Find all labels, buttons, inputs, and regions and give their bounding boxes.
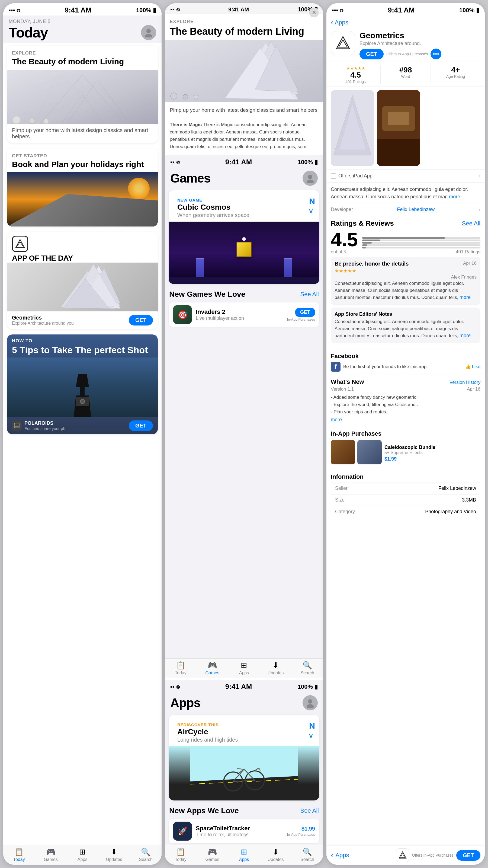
tab-apps-label: Apps [77,857,87,862]
editors-note-card: App Store Editors' Notes Consectueur adi… [331,308,480,343]
geo-shape-art [7,262,158,311]
tab-updates-2a[interactable]: ⬇ Updates [260,661,291,675]
tab-updates[interactable]: ⬇ Updates [98,847,130,862]
game-art [169,222,319,284]
tab-today-label-2a: Today [175,671,187,675]
back-nav[interactable]: ‹ Apps [326,16,485,28]
battery-pct-2c: 100% [298,683,313,690]
status-bar-2b: ▪▪ ⌾ 9:41 AM 100% ▮ [165,155,323,167]
stt-item[interactable]: 🚀 SpaceToiletTracker Time to relax, ulti… [169,819,319,843]
tab-apps-2a[interactable]: ⊞ Apps [228,661,260,675]
screenshot-2 [377,90,420,166]
search-icon: 🔍 [141,847,151,856]
tab-apps-2b[interactable]: ⊞ Apps [228,847,260,862]
how-to-title: 5 Tips to Take The perfect Shot [7,345,158,358]
wifi-icon-2b: ⌾ [176,159,180,166]
get-button-polaroid[interactable]: GET [129,421,153,431]
iap-thumb-1 [331,440,355,464]
tab-search-2a[interactable]: 🔍 Search [291,661,323,675]
tab-today[interactable]: 📋 Today [3,847,35,862]
size-label: Size [335,497,345,503]
bottom-nav-detail: ‹ Apps Offers In-App Purchases GET [326,845,485,865]
card-polaroids[interactable]: HOW TO 5 Tips to Take The perfect Shot [7,335,158,434]
expanded-image [165,40,323,102]
rank-value: #98 [399,66,412,74]
age-value: 4+ [451,66,460,74]
signal-icon-2a: ▪▪ [170,6,174,13]
editors-more[interactable]: more [459,333,470,338]
tab-updates-2b[interactable]: ⬇ Updates [260,847,291,862]
battery-icons: 100% ▮ [136,7,156,14]
rank-category: Word [401,74,410,79]
ipad-checkbox-row[interactable]: Offers iPad App › [326,169,485,182]
expanded-footer-text: Pimp up your home with latest design cla… [170,107,318,113]
today-icon-2a: 📋 [176,661,186,670]
tab-today-2a[interactable]: 📋 Today [165,661,197,675]
page-title: Today [9,24,48,41]
tab-games-2b[interactable]: 🎮 Games [197,847,228,862]
desc-more[interactable]: more [449,194,460,199]
bottom-get-btn[interactable]: GET [456,850,480,861]
tab-apps[interactable]: ⊞ Apps [67,847,98,862]
new-apps-title: New Apps We Love [169,806,239,815]
ratings-reviews-section: Ratings & Reviews See All 4.5 out of 5 [326,216,485,349]
tab-bar-2a: 📋 Today 🎮 Games ⊞ Apps ⬇ Updates 🔍 Searc… [165,658,323,678]
like-label: Like [472,364,480,369]
apps-title-2: Apps [170,695,200,710]
apps-avatar-2[interactable] [302,695,318,710]
invaders-item[interactable]: 🎯 Invaders 2 Live multiplayer action GET… [169,303,319,327]
more-button[interactable]: ••• [430,49,442,59]
tab-games[interactable]: 🎮 Games [35,847,67,862]
apps-icon-2a: ⊞ [241,661,247,670]
get-button-1[interactable]: GET [129,315,153,326]
tab-bar-1: 📋 Today 🎮 Games ⊞ Apps ⬇ Updates 🔍 Searc… [3,845,162,865]
featured-app-card[interactable]: REDISCOVER THIS AirCycle Long rides and … [169,715,319,801]
there-is-magic: There is Magic [170,122,202,127]
version-history-link[interactable]: Version History [450,380,480,385]
developer-row[interactable]: Developer Felix Lebedinzew › [326,204,485,216]
signal-2a: ▪▪ ⌾ [170,6,180,13]
avatar[interactable] [141,25,156,40]
card-beauty[interactable]: EXPLORE The Beauty of modern Living Pimp [7,45,158,143]
tab-search-2b[interactable]: 🔍 Search [291,847,323,862]
review-more-1[interactable]: more [459,294,470,300]
tab-search[interactable]: 🔍 Search [130,847,162,862]
detail-get-btn[interactable]: GET [359,49,384,59]
category-value: Photography and Video [425,509,476,515]
bar-5 [362,237,480,239]
card-app-of-day[interactable]: APP OF THE DAY Geometrics Explore Archit… [7,232,158,329]
time-display: 9:41 AM [65,6,92,14]
games-avatar[interactable] [302,170,318,186]
phone1-today: ▪▪▪ ⌾ 9:41 AM 100% ▮ MONDAY, JUNE 5 Toda… [3,3,162,865]
app-desc-label: Explore Architecture around you [12,321,74,326]
description-area: Consectueur adipiscing elit. Aenean comm… [326,182,485,204]
rr-see-all[interactable]: See All [462,220,481,227]
total-ratings: 401 Ratings [362,249,480,255]
close-button[interactable]: ✕ [309,8,319,18]
featured-game-card[interactable]: NEW GAME Cubic Cosmos When geometry arri… [169,190,319,284]
signal-icons: ▪▪▪ ⌾ [9,7,20,14]
see-all-games[interactable]: See All [300,291,319,298]
like-button[interactable]: 👍 Like [465,364,480,370]
signal-icon-2c: ▪▪ [170,683,174,690]
invaders-get-btn[interactable]: GET [295,308,315,317]
updates-icon: ⬇ [111,847,117,856]
age-cell: 4+ Age Rating [431,66,480,84]
expanded-title: The Beauty of modern Living [165,26,323,40]
games-icon-2a: 🎮 [208,661,217,670]
see-all-apps[interactable]: See All [300,807,319,814]
facebook-icon: f [331,362,340,372]
stt-desc: Time to relax, ultimately! [196,832,283,838]
rating-count: 401 Ratings [346,80,366,84]
tab-games-label-2a: Games [205,671,219,675]
tab-bar-2b: 📋 Today 🎮 Games ⊞ Apps ⬇ Updates 🔍 Searc… [165,845,323,865]
date-label: MONDAY, JUNE 5 [9,19,156,24]
wn-more[interactable]: more [331,417,342,422]
card-travel[interactable]: GET STARTED Book and Plan your holidays … [7,148,158,227]
invaders-actions: GET In-App Purchases [287,308,315,321]
ipad-checkbox[interactable] [331,173,336,179]
card-image-geo2 [7,262,158,311]
explore-label-1: EXPLORE [7,45,158,57]
tab-today-2b[interactable]: 📋 Today [165,847,197,862]
tab-games-2a[interactable]: 🎮 Games [197,661,228,675]
